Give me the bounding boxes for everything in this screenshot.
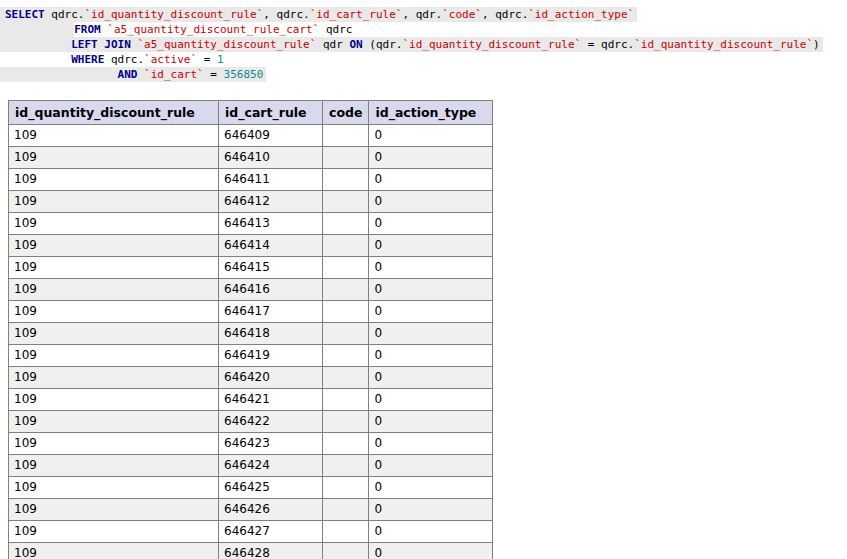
- table-cell: 646418: [219, 323, 323, 345]
- sql-token-tx: = qdrc.: [581, 38, 634, 51]
- table-cell: 109: [9, 279, 219, 301]
- results-table: id_quantity_discount_ruleid_cart_rulecod…: [8, 100, 493, 559]
- table-cell: 109: [9, 169, 219, 191]
- table-cell: 0: [369, 191, 493, 213]
- table-row: 1096464280: [9, 543, 493, 559]
- table-cell: 109: [9, 191, 219, 213]
- sql-token-tx: =: [197, 53, 217, 66]
- sql-token-tx: qdr: [316, 38, 349, 51]
- table-cell: 0: [369, 125, 493, 147]
- table-cell: 646413: [219, 213, 323, 235]
- table-cell: 109: [9, 455, 219, 477]
- sql-token-id: `active`: [144, 53, 197, 66]
- table-cell: [323, 301, 369, 323]
- table-cell: 109: [9, 521, 219, 543]
- table-cell: [323, 367, 369, 389]
- table-cell: 646428: [219, 543, 323, 559]
- table-cell: [323, 235, 369, 257]
- table-cell: 109: [9, 543, 219, 559]
- table-row: 1096464090: [9, 125, 493, 147]
- table-cell: 0: [369, 257, 493, 279]
- table-cell: 109: [9, 301, 219, 323]
- sql-token-kw: FROM: [74, 23, 101, 36]
- table-cell: 646422: [219, 411, 323, 433]
- table-cell: 109: [9, 213, 219, 235]
- table-row: 1096464140: [9, 235, 493, 257]
- sql-token-id: `id_action_type`: [528, 8, 634, 21]
- sql-token-tx: qdrc: [319, 23, 352, 36]
- sql-token-tx: ): [813, 38, 820, 51]
- sql-token-tx: , qdrc.: [263, 8, 309, 21]
- sql-token-id: `id_quantity_discount_rule`: [634, 38, 813, 51]
- table-cell: 109: [9, 389, 219, 411]
- table-cell: 0: [369, 433, 493, 455]
- table-cell: 0: [369, 499, 493, 521]
- table-cell: [323, 499, 369, 521]
- table-cell: [323, 279, 369, 301]
- table-row: 1096464220: [9, 411, 493, 433]
- table-row: 1096464160: [9, 279, 493, 301]
- table-cell: 109: [9, 411, 219, 433]
- results-table-header: id_quantity_discount_ruleid_cart_rulecod…: [9, 101, 493, 125]
- sql-token-tx: qdrc.: [104, 53, 144, 66]
- table-cell: 0: [369, 367, 493, 389]
- sql-token-kw: ON: [349, 38, 362, 51]
- sql-token-id: `id_cart`: [144, 68, 204, 81]
- table-cell: 646409: [219, 125, 323, 147]
- table-row: 1096464180: [9, 323, 493, 345]
- table-cell: 0: [369, 477, 493, 499]
- table-cell: 646419: [219, 345, 323, 367]
- table-cell: 0: [369, 389, 493, 411]
- table-cell: 646414: [219, 235, 323, 257]
- table-row: 1096464100: [9, 147, 493, 169]
- table-cell: [323, 257, 369, 279]
- table-cell: 646427: [219, 521, 323, 543]
- sql-token-num: 1: [217, 53, 224, 66]
- table-cell: 0: [369, 521, 493, 543]
- table-cell: [323, 345, 369, 367]
- table-cell: 646416: [219, 279, 323, 301]
- table-cell: [323, 411, 369, 433]
- table-cell: 109: [9, 433, 219, 455]
- table-cell: 646412: [219, 191, 323, 213]
- table-cell: 109: [9, 125, 219, 147]
- table-row: 1096464150: [9, 257, 493, 279]
- table-cell: [323, 543, 369, 559]
- table-cell: 109: [9, 257, 219, 279]
- sql-line: AND `id_cart` = 356850: [0, 67, 847, 82]
- table-cell: 646415: [219, 257, 323, 279]
- table-row: 1096464230: [9, 433, 493, 455]
- column-header-id_action_type: id_action_type: [369, 101, 493, 125]
- table-cell: [323, 147, 369, 169]
- table-row: 1096464110: [9, 169, 493, 191]
- table-cell: 0: [369, 235, 493, 257]
- table-cell: 646425: [219, 477, 323, 499]
- column-header-id_quantity_discount_rule: id_quantity_discount_rule: [9, 101, 219, 125]
- column-header-code: code: [323, 101, 369, 125]
- sql-token-kw: AND: [118, 68, 138, 81]
- sql-token-id: `a5_quantity_discount_rule_cart`: [107, 23, 319, 36]
- sql-token-kw: SELECT: [5, 8, 45, 21]
- sql-line: LEFT JOIN `a5_quantity_discount_rule` qd…: [0, 37, 847, 52]
- table-cell: 0: [369, 213, 493, 235]
- table-cell: [323, 455, 369, 477]
- table-row: 1096464260: [9, 499, 493, 521]
- table-cell: 0: [369, 411, 493, 433]
- table-cell: [323, 477, 369, 499]
- sql-token-tx: =: [204, 68, 224, 81]
- table-row: 1096464200: [9, 367, 493, 389]
- table-row: 1096464250: [9, 477, 493, 499]
- table-row: 1096464120: [9, 191, 493, 213]
- table-cell: 646420: [219, 367, 323, 389]
- table-cell: 109: [9, 345, 219, 367]
- sql-query: SELECT qdrc.`id_quantity_discount_rule`,…: [0, 0, 847, 82]
- table-cell: 646423: [219, 433, 323, 455]
- table-row: 1096464270: [9, 521, 493, 543]
- sql-token-id: `id_quantity_discount_rule`: [85, 8, 264, 21]
- table-row: 1096464130: [9, 213, 493, 235]
- table-cell: 0: [369, 147, 493, 169]
- table-cell: [323, 213, 369, 235]
- sql-token-id: `code`: [442, 8, 482, 21]
- table-cell: 0: [369, 301, 493, 323]
- sql-token-tx: , qdrc.: [482, 8, 528, 21]
